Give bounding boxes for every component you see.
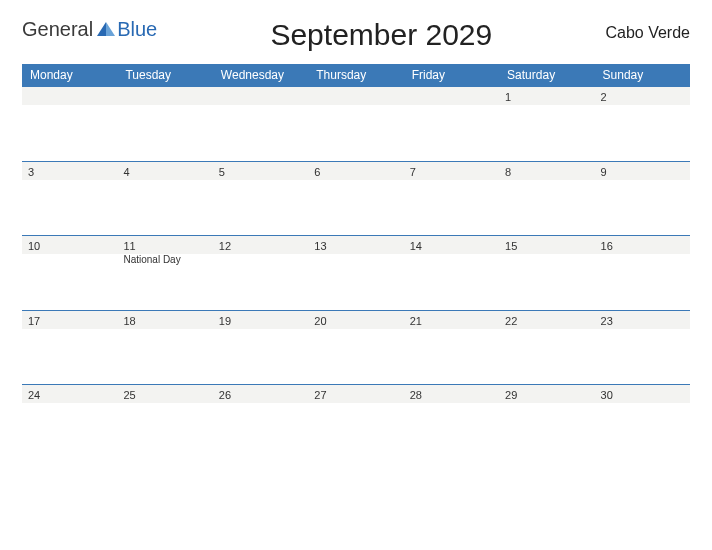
event-cell bbox=[308, 105, 403, 161]
day-cell: 17 bbox=[22, 310, 117, 329]
day-cell: 11 bbox=[117, 236, 212, 255]
event-cell bbox=[22, 329, 117, 385]
logo-icon bbox=[97, 18, 115, 41]
event-cell bbox=[213, 254, 308, 310]
day-number: 29 bbox=[505, 389, 517, 401]
day-cell: 16 bbox=[595, 236, 690, 255]
day-header: Thursday bbox=[308, 64, 403, 87]
day-cell: 8 bbox=[499, 161, 594, 180]
day-cell: 7 bbox=[404, 161, 499, 180]
day-number: 15 bbox=[505, 240, 517, 252]
day-header: Friday bbox=[404, 64, 499, 87]
day-number: 23 bbox=[601, 315, 613, 327]
event-cell bbox=[404, 403, 499, 447]
day-cell: 2 bbox=[595, 87, 690, 106]
day-number: 24 bbox=[28, 389, 40, 401]
day-number: 13 bbox=[314, 240, 326, 252]
week-row: 24 25 26 27 28 29 30 bbox=[22, 385, 690, 404]
day-header: Monday bbox=[22, 64, 117, 87]
day-cell bbox=[22, 87, 117, 106]
day-cell: 14 bbox=[404, 236, 499, 255]
day-cell: 4 bbox=[117, 161, 212, 180]
event-cell bbox=[117, 105, 212, 161]
calendar-title: September 2029 bbox=[157, 18, 605, 52]
event-row bbox=[22, 329, 690, 385]
event-cell bbox=[117, 329, 212, 385]
event-cell bbox=[404, 180, 499, 236]
event-row: National Day bbox=[22, 254, 690, 310]
event-cell bbox=[22, 254, 117, 310]
day-cell: 28 bbox=[404, 385, 499, 404]
day-cell: 24 bbox=[22, 385, 117, 404]
calendar-grid: Monday Tuesday Wednesday Thursday Friday… bbox=[22, 64, 690, 447]
event-cell bbox=[499, 403, 594, 447]
day-number: 4 bbox=[123, 166, 129, 178]
day-number: 3 bbox=[28, 166, 34, 178]
day-cell: 3 bbox=[22, 161, 117, 180]
day-number: 30 bbox=[601, 389, 613, 401]
day-number: 18 bbox=[123, 315, 135, 327]
event-cell bbox=[595, 403, 690, 447]
day-cell: 13 bbox=[308, 236, 403, 255]
day-number: 25 bbox=[123, 389, 135, 401]
day-cell: 26 bbox=[213, 385, 308, 404]
event-cell bbox=[404, 105, 499, 161]
event-cell bbox=[404, 329, 499, 385]
event-cell bbox=[213, 180, 308, 236]
event-cell bbox=[595, 180, 690, 236]
event-cell bbox=[213, 105, 308, 161]
day-cell: 12 bbox=[213, 236, 308, 255]
calendar-body: 1 2 3 4 5 6 7 8 9 bbox=[22, 87, 690, 448]
event-cell bbox=[308, 180, 403, 236]
day-cell: 27 bbox=[308, 385, 403, 404]
day-number: 6 bbox=[314, 166, 320, 178]
week-row: 3 4 5 6 7 8 9 bbox=[22, 161, 690, 180]
event-cell bbox=[22, 105, 117, 161]
day-cell: 21 bbox=[404, 310, 499, 329]
day-header: Saturday bbox=[499, 64, 594, 87]
day-cell: 6 bbox=[308, 161, 403, 180]
day-number: 20 bbox=[314, 315, 326, 327]
day-cell: 23 bbox=[595, 310, 690, 329]
event-cell bbox=[499, 254, 594, 310]
day-cell: 22 bbox=[499, 310, 594, 329]
day-number: 1 bbox=[505, 91, 511, 103]
day-cell bbox=[213, 87, 308, 106]
day-cell bbox=[308, 87, 403, 106]
event-cell: National Day bbox=[117, 254, 212, 310]
day-number: 14 bbox=[410, 240, 422, 252]
event-cell bbox=[22, 180, 117, 236]
event-cell bbox=[117, 180, 212, 236]
day-number: 21 bbox=[410, 315, 422, 327]
day-header: Sunday bbox=[595, 64, 690, 87]
day-number: 9 bbox=[601, 166, 607, 178]
day-number: 5 bbox=[219, 166, 225, 178]
day-number: 10 bbox=[28, 240, 40, 252]
day-cell: 30 bbox=[595, 385, 690, 404]
event-cell bbox=[499, 180, 594, 236]
day-cell: 25 bbox=[117, 385, 212, 404]
brand-part2: Blue bbox=[117, 18, 157, 41]
day-cell: 15 bbox=[499, 236, 594, 255]
event-cell bbox=[117, 403, 212, 447]
day-cell: 1 bbox=[499, 87, 594, 106]
brand-part1: General bbox=[22, 18, 93, 41]
day-number: 27 bbox=[314, 389, 326, 401]
day-number: 16 bbox=[601, 240, 613, 252]
header: General Blue September 2029 Cabo Verde bbox=[22, 18, 690, 52]
day-number: 17 bbox=[28, 315, 40, 327]
day-number: 7 bbox=[410, 166, 416, 178]
event-cell bbox=[22, 403, 117, 447]
day-header: Wednesday bbox=[213, 64, 308, 87]
day-number: 8 bbox=[505, 166, 511, 178]
day-cell: 9 bbox=[595, 161, 690, 180]
week-row: 1 2 bbox=[22, 87, 690, 106]
day-number: 22 bbox=[505, 315, 517, 327]
event-cell bbox=[595, 254, 690, 310]
week-row: 17 18 19 20 21 22 23 bbox=[22, 310, 690, 329]
week-row: 10 11 12 13 14 15 16 bbox=[22, 236, 690, 255]
day-number: 12 bbox=[219, 240, 231, 252]
event-cell bbox=[308, 403, 403, 447]
brand-logo: General Blue bbox=[22, 18, 157, 41]
event-text: National Day bbox=[123, 254, 180, 265]
